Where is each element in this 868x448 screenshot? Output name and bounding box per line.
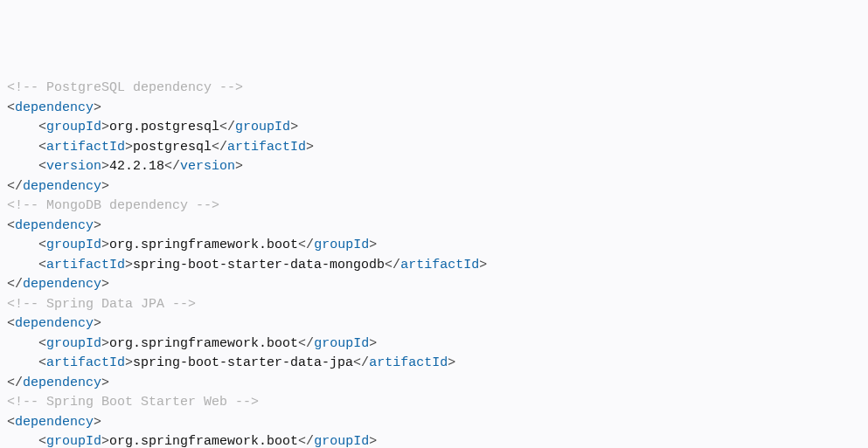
code-line: <!-- Spring Data JPA --> xyxy=(7,295,861,315)
code-line: </dependency> xyxy=(7,177,861,197)
xml-code-block[interactable]: <!-- PostgreSQL dependency --><dependenc… xyxy=(0,79,868,448)
code-line: <!-- PostgreSQL dependency --> xyxy=(7,79,861,99)
code-line: </dependency> xyxy=(7,275,861,295)
code-line: <groupId>org.springframework.boot</group… xyxy=(7,432,861,448)
code-line: <!-- Spring Boot Starter Web --> xyxy=(7,393,861,413)
code-line: <version>42.2.18</version> xyxy=(7,157,861,177)
code-line: <groupId>org.springframework.boot</group… xyxy=(7,236,861,256)
code-line: <dependency> xyxy=(7,314,861,334)
code-line: <artifactId>postgresql</artifactId> xyxy=(7,138,861,158)
code-line: <artifactId>spring-boot-starter-data-jpa… xyxy=(7,354,861,374)
code-line: <dependency> xyxy=(7,217,861,237)
code-line: <!-- MongoDB dependency --> xyxy=(7,196,861,217)
code-line: </dependency> xyxy=(7,374,861,394)
code-line: <groupId>org.postgresql</groupId> xyxy=(7,118,861,138)
code-line: <groupId>org.springframework.boot</group… xyxy=(7,334,861,355)
code-line: <artifactId>spring-boot-starter-data-mon… xyxy=(7,256,861,276)
code-line: <dependency> xyxy=(7,413,861,433)
code-line: <dependency> xyxy=(7,99,861,119)
